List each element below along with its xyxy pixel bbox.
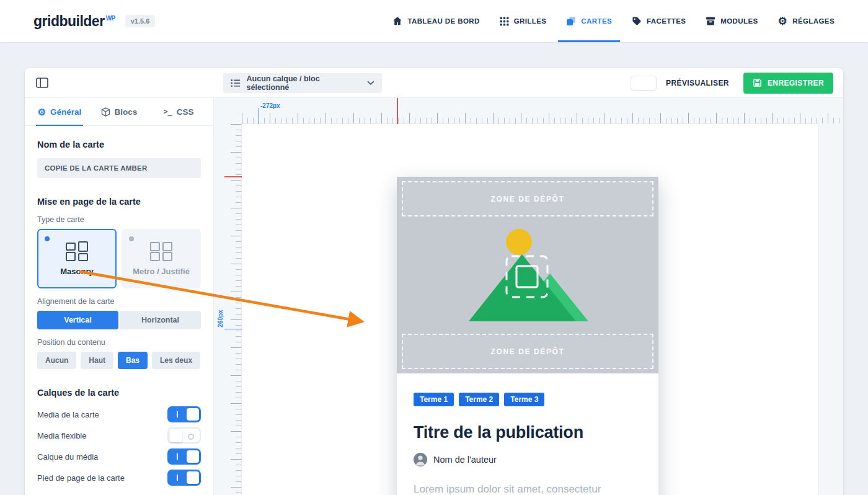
toggle-knob: [170, 430, 182, 442]
post-excerpt[interactable]: Lorem ipsum dolor sit amet, consectetur …: [414, 481, 642, 495]
position-bas-button[interactable]: Bas: [118, 352, 148, 369]
chevron-down-icon: [367, 81, 374, 86]
ruler-origin-marker-vertical: [397, 98, 398, 124]
term-badge[interactable]: Terme 3: [504, 393, 544, 406]
tab-label: CSS: [177, 107, 194, 117]
position-aucun-button[interactable]: Aucun: [37, 352, 76, 369]
layer-toggle-calque-media[interactable]: [167, 448, 201, 465]
nav-label: TABLEAU DE BORD: [407, 17, 479, 25]
alignment-vertical-button[interactable]: Vertical: [37, 311, 118, 329]
layer-select-dropdown[interactable]: Aucun calque / bloc sélectionné: [223, 73, 382, 93]
sidebar-collapse-button[interactable]: [35, 76, 50, 91]
toggle-knob: [187, 471, 199, 484]
nav-item-reglages[interactable]: ⚙ RÉGLAGES: [778, 0, 835, 42]
tab-blocs[interactable]: Blocs: [89, 98, 149, 125]
layer-row-calque-du-media: Calque du média: [37, 448, 201, 465]
preview-label: PRÉVISUALISER: [666, 79, 729, 87]
builder-canvas[interactable]: -272px 260px ZONE DE DÉPÔT ZONE DE DÉPÔT: [214, 98, 843, 495]
post-title[interactable]: Titre de la publication: [414, 423, 642, 442]
layer-row-media-de-la-carte: Media de la carte: [37, 406, 201, 422]
list-icon: [231, 79, 241, 87]
type-option-metro-justifie[interactable]: Metro / Justifié: [122, 229, 201, 288]
person-icon: [414, 453, 427, 466]
collapse-panel-icon: [36, 78, 48, 88]
card-type-options: Masonry Metro / Justifié: [37, 229, 201, 288]
ruler-y-value: 260px: [217, 310, 224, 327]
term-badges: Terme 1 Terme 2 Terme 3: [414, 393, 642, 406]
alignment-label: Alignement de la carte: [37, 297, 201, 306]
sun-shape: [506, 229, 532, 255]
nav-item-grilles[interactable]: GRILLES: [500, 0, 547, 42]
card-name-input[interactable]: [37, 158, 201, 178]
tab-css[interactable]: >_ CSS: [149, 98, 208, 125]
nav-label: RÉGLAGES: [792, 17, 835, 25]
artboard[interactable]: ZONE DE DÉPÔT ZONE DE DÉPÔT Terme 1 Term…: [242, 124, 818, 495]
radio-dot: [129, 236, 134, 241]
ruler-cursor-marker-x: [259, 108, 259, 124]
nav-item-facettes[interactable]: FACETTES: [632, 0, 686, 42]
toggle-on-mark: [177, 411, 178, 417]
builder-panel: Aucun calque / bloc sélectionné PRÉVISUA…: [25, 68, 843, 495]
tab-label: Blocs: [115, 107, 138, 117]
toolbar-right-group: PRÉVISUALISER ENREGISTRER: [631, 73, 833, 94]
layer-label: Pied de page de la carte: [37, 473, 125, 483]
ruler-cursor-marker-y: [224, 329, 242, 329]
card-name-heading: Nom de la carte: [37, 140, 201, 149]
card-preview[interactable]: ZONE DE DÉPÔT ZONE DE DÉPÔT Terme 1 Term…: [397, 177, 658, 495]
type-option-label: Masonry: [60, 267, 93, 276]
layer-label: Media flexible: [37, 431, 87, 440]
card-content-zone[interactable]: Terme 1 Terme 2 Terme 3 Titre de la publ…: [397, 373, 658, 495]
position-haut-button[interactable]: Haut: [81, 352, 113, 369]
layer-row-media-flexible: Media flexible: [37, 427, 201, 444]
layer-row-pied-de-page: Pied de page de la carte: [37, 470, 201, 486]
post-author-row[interactable]: Nom de l'auteur: [414, 453, 642, 466]
content-position-label: Position du contenu: [37, 338, 201, 347]
content-position-options: Aucun Haut Bas Les deux: [37, 352, 201, 369]
tag-icon: [632, 16, 642, 26]
tab-general[interactable]: ⚙ Général: [30, 98, 89, 125]
layer-toggle-media-flexible[interactable]: [167, 427, 201, 444]
logo[interactable]: gridbuilderWP: [33, 13, 115, 30]
save-button-label: ENREGISTRER: [768, 79, 824, 87]
term-badge[interactable]: Terme 2: [459, 393, 499, 406]
nav-item-modules[interactable]: MODULES: [706, 0, 758, 42]
layout-heading: Mise en page de la carte: [37, 197, 201, 207]
layer-toggle-pied-de-page[interactable]: [167, 470, 201, 486]
author-avatar: [414, 453, 427, 466]
metro-icon: [150, 241, 172, 261]
sidebar-content: Nom de la carte Mise en page de la carte…: [25, 126, 213, 495]
toggle-off-mark: [188, 434, 194, 440]
home-icon: [392, 16, 402, 26]
terminal-icon: >_: [163, 107, 172, 116]
dropzone-bottom[interactable]: ZONE DE DÉPÔT: [402, 334, 653, 369]
sidebar-tabs: ⚙ Général Blocs >_ CSS: [25, 98, 213, 126]
nav-item-cartes[interactable]: CARTES: [566, 0, 612, 42]
preview-toggle[interactable]: [631, 76, 657, 91]
layer-label: Calque du média: [37, 452, 98, 462]
alignment-horizontal-button[interactable]: Horizontal: [120, 311, 201, 329]
save-button[interactable]: ENREGISTRER: [743, 73, 833, 94]
position-les-deux-button[interactable]: Les deux: [152, 352, 200, 369]
layer-label: Media de la carte: [37, 410, 99, 419]
type-option-masonry[interactable]: Masonry: [37, 229, 117, 288]
alignment-options: Vertical Horizontal: [37, 311, 201, 329]
nav-item-tableau-de-bord[interactable]: TABLEAU DE BORD: [392, 0, 479, 42]
toggle-knob: [187, 450, 199, 463]
vertical-ruler: [224, 124, 242, 495]
nav-label: CARTES: [581, 17, 612, 25]
horizontal-ruler: [242, 98, 843, 124]
ruler-origin-marker-horizontal: [224, 176, 242, 177]
card-type-label: Type de carte: [37, 215, 201, 224]
toggle-on-mark: [177, 453, 178, 460]
card-media-zone[interactable]: ZONE DE DÉPÔT ZONE DE DÉPÔT: [397, 177, 658, 373]
dropzone-top[interactable]: ZONE DE DÉPÔT: [402, 181, 653, 216]
cards-icon: [566, 16, 576, 26]
radio-dot: [45, 236, 50, 241]
layer-toggle-media[interactable]: [167, 406, 201, 422]
toggle-knob: [187, 408, 199, 421]
gear-icon: ⚙: [38, 107, 46, 117]
topbar: gridbuilderWP v1.5.6 TABLEAU DE BORD GRI…: [0, 0, 868, 42]
gear-icon: ⚙: [778, 16, 788, 27]
term-badge[interactable]: Terme 1: [414, 393, 454, 406]
save-icon: [753, 78, 762, 87]
